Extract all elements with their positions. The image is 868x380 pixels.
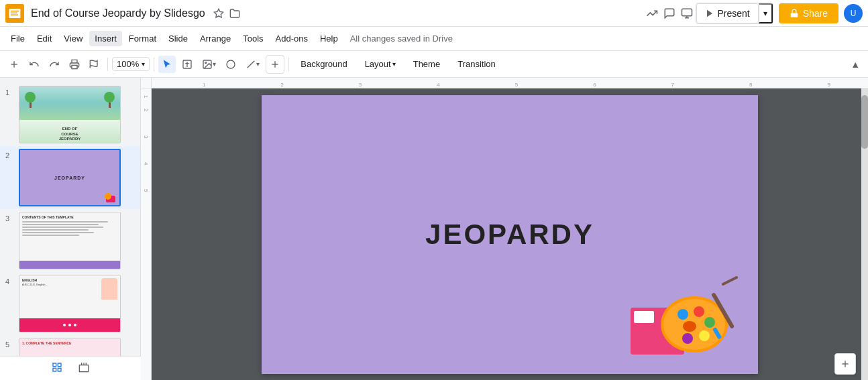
svg-point-38 (694, 306, 704, 317)
ruler-horizontal: 1 2 3 4 5 6 7 8 9 (141, 78, 868, 88)
toolbar: 100% ▾ ▾ ▾ Background Layout ▾ Theme Tra… (0, 51, 868, 78)
zoom-control[interactable]: 100% ▾ (112, 57, 150, 71)
slideshow-button[interactable] (678, 5, 696, 22)
menu-edit[interactable]: Edit (32, 31, 57, 46)
svg-line-21 (248, 60, 255, 68)
filmstrip-view-button[interactable] (76, 359, 92, 378)
slide-3-line (22, 221, 108, 223)
slide-item-2[interactable]: 2 JEOPARDY (0, 146, 140, 209)
menu-format[interactable]: Format (123, 31, 162, 46)
comment-button[interactable] (661, 5, 678, 22)
slide-4-dot (74, 324, 76, 326)
user-avatar[interactable]: U (844, 4, 863, 23)
slide-canvas[interactable]: JEOPARDY (262, 95, 758, 374)
canvas-with-ruler: 1 2 3 4 5 JEOPARDY (141, 88, 868, 380)
menu-addons[interactable]: Add-ons (270, 31, 313, 46)
svg-point-41 (682, 333, 693, 344)
slide-thumb-2[interactable]: JEOPARDY (19, 149, 121, 206)
slide-3-title-text: CONTENTS OF THIS TEMPLATE (22, 215, 117, 219)
slide-3-line (22, 232, 94, 233)
canvas-area: 1 2 3 4 5 6 7 8 9 1 2 3 4 5 (141, 78, 868, 380)
slide-2-jeopardy-text: JEOPARDY (54, 176, 85, 180)
divider-1 (107, 58, 108, 71)
add-slide-fab[interactable] (834, 353, 856, 375)
svg-point-20 (227, 60, 235, 68)
slide-5-title-text: 1. COMPLETE THE SENTENCE (19, 338, 120, 348)
present-dropdown-button[interactable]: ▾ (759, 3, 773, 23)
saved-indicator: All changes saved in Drive (350, 34, 453, 44)
slide-canvas-wrapper: JEOPARDY (152, 88, 868, 380)
redo-button[interactable] (46, 56, 63, 73)
slide-3-bottom-bar (19, 261, 120, 269)
scrollbar-thumb[interactable] (861, 95, 868, 149)
menu-file[interactable]: File (5, 31, 30, 46)
slide-panel: 1 END OFCOURSEJE (0, 78, 141, 380)
menu-slide[interactable]: Slide (163, 31, 193, 46)
toolbar-right: ▲ (848, 56, 863, 72)
slide-decoration (624, 274, 738, 364)
slide-number-2: 2 (5, 149, 15, 160)
image-button[interactable]: ▾ (199, 56, 219, 73)
menu-view[interactable]: View (58, 31, 88, 46)
textbox-button[interactable] (178, 56, 196, 73)
svg-line-45 (723, 277, 737, 284)
slide-number-4: 4 (5, 275, 15, 286)
activity-button[interactable] (643, 5, 661, 22)
svg-rect-27 (58, 368, 61, 371)
grid-view-button[interactable] (49, 359, 65, 378)
slide-thumb-4[interactable]: ENGLISHA-B-C-D-E, English... (19, 275, 121, 332)
svg-marker-9 (707, 9, 712, 17)
scrollbar-track[interactable] (861, 88, 868, 380)
svg-point-19 (205, 62, 207, 63)
add-comment-button[interactable] (266, 55, 284, 74)
print-button[interactable] (66, 56, 83, 73)
slide-item-4[interactable]: 4 ENGLISHA-B-C-D-E, English... (0, 272, 140, 335)
background-button[interactable]: Background (293, 56, 354, 72)
present-button[interactable]: Present (696, 3, 758, 23)
slide-main-title[interactable]: JEOPARDY (425, 218, 594, 251)
menu-tools[interactable]: Tools (237, 31, 268, 46)
svg-rect-24 (53, 363, 56, 367)
svg-point-37 (677, 309, 688, 320)
menu-bar: File Edit View Insert Format Slide Arran… (0, 27, 868, 51)
slide-number-5: 5 (5, 338, 15, 349)
svg-rect-25 (58, 363, 61, 367)
share-button[interactable]: Share (779, 3, 838, 23)
slide-3-line (22, 229, 89, 231)
select-tool-button[interactable] (158, 56, 176, 73)
svg-rect-10 (790, 13, 798, 17)
star-button[interactable] (211, 5, 227, 21)
slide-3-line (22, 235, 79, 236)
slide-item-1[interactable]: 1 END OFCOURSEJE (0, 83, 140, 146)
slide-number-3: 3 (5, 212, 15, 223)
folder-button[interactable] (227, 5, 243, 21)
shapes-button[interactable] (222, 56, 239, 73)
slide-thumb-1[interactable]: END OFCOURSEJEOPARDY (19, 86, 121, 143)
svg-point-40 (699, 330, 710, 341)
main-content: 1 END OFCOURSEJE (0, 78, 868, 380)
collapse-toolbar-button[interactable]: ▲ (848, 56, 863, 72)
line-button[interactable]: ▾ (242, 56, 263, 73)
slide-thumb-3[interactable]: CONTENTS OF THIS TEMPLATE (19, 212, 121, 269)
divider-3 (288, 58, 289, 71)
add-slide-button[interactable] (5, 56, 23, 73)
svg-rect-6 (682, 9, 692, 16)
slide-4-dot (68, 324, 71, 326)
layout-button[interactable]: Layout ▾ (358, 56, 403, 72)
undo-button[interactable] (25, 56, 43, 73)
svg-marker-5 (214, 9, 223, 17)
ruler-vertical: 1 2 3 4 5 (141, 88, 152, 380)
paint-format-button[interactable] (86, 56, 103, 73)
menu-help[interactable]: Help (315, 31, 343, 46)
menu-arrange[interactable]: Arrange (195, 31, 236, 46)
theme-button[interactable]: Theme (406, 56, 447, 72)
slide-3-line (22, 224, 99, 225)
menu-insert[interactable]: Insert (89, 31, 122, 46)
slide-item-3[interactable]: 3 CONTENTS OF THIS TEMPLATE (0, 209, 140, 272)
slide-3-line (22, 227, 103, 228)
svg-rect-3 (11, 12, 17, 13)
svg-rect-13 (72, 65, 77, 68)
svg-point-39 (704, 317, 715, 328)
transition-button[interactable]: Transition (450, 56, 503, 72)
doc-title[interactable]: End of Course Jeopardy by Slidesgo (31, 7, 205, 19)
